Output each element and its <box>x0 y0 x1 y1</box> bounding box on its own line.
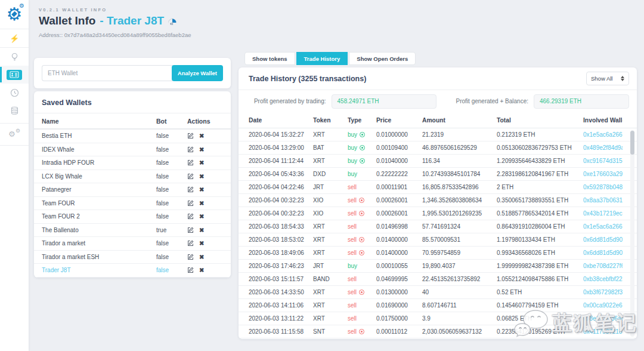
saved-wallet-name[interactable]: Bestia ETH <box>42 133 156 139</box>
involved-wallet-link[interactable]: 0xc91674d315cc... <box>583 158 623 164</box>
involved-wallet-link[interactable]: 0x4117587218d2... <box>583 328 623 335</box>
delete-wallet-icon[interactable]: ✖ <box>199 227 204 233</box>
delete-wallet-icon[interactable]: ✖ <box>199 186 204 193</box>
saved-wallet-row: Team FOURfalse✖ <box>34 197 231 211</box>
history-clock-icon <box>10 88 19 97</box>
analyze-wallet-button[interactable]: Analyze Wallet <box>172 65 223 81</box>
edit-wallet-icon[interactable] <box>187 240 194 247</box>
edit-wallet-icon[interactable] <box>187 227 194 233</box>
saved-wallet-row: Team FOUR 2false✖ <box>34 210 231 224</box>
edit-wallet-icon[interactable] <box>187 159 194 166</box>
involved-wallet-link[interactable]: 0xb3f672982f31... <box>583 289 623 295</box>
trade-type-bullseye-icon <box>359 250 364 255</box>
trade-amount: 70.959754859 <box>422 250 497 256</box>
trade-total: 0.212319 ETH <box>497 131 583 138</box>
delete-wallet-icon[interactable]: ✖ <box>199 240 204 247</box>
trade-amount: 8.607146711 <box>422 302 497 309</box>
delete-wallet-icon[interactable]: ✖ <box>199 200 204 207</box>
column-price: Price <box>376 117 422 124</box>
tab-show-open-orders[interactable]: Show Open Orders <box>349 52 416 65</box>
tab-show-tokens[interactable]: Show tokens <box>244 52 295 65</box>
delete-wallet-icon[interactable]: ✖ <box>199 173 204 180</box>
edit-wallet-icon[interactable] <box>187 267 194 273</box>
trade-row: 2020-06-03 11:15:58SNTsell0.000110122,03… <box>239 325 637 338</box>
trade-date: 2020-06-04 13:29:00 <box>249 144 313 151</box>
involved-wallet-link[interactable]: 0xbe708d227f6d... <box>583 263 623 269</box>
sidebar-item-ideas[interactable] <box>0 48 29 66</box>
trade-price: 0.01496998 <box>376 223 422 230</box>
saved-wallet-name[interactable]: Team FOUR <box>42 200 156 207</box>
involved-wallet-link[interactable]: 0xe176603a291f... <box>583 171 623 177</box>
edit-wallet-icon[interactable] <box>187 146 194 153</box>
delete-wallet-icon[interactable]: ✖ <box>199 133 204 139</box>
delete-wallet-icon[interactable]: ✖ <box>199 146 204 153</box>
trade-type: sell <box>348 276 376 282</box>
sidebar-item-history[interactable] <box>0 84 29 101</box>
trade-amount: 1,995.5301201269235 <box>422 210 497 217</box>
involved-wallet-link[interactable]: 0xb38cebfbf22a... <box>583 276 623 282</box>
tab-bar: Show tokens Trade History Show Open Orde… <box>244 52 416 65</box>
involved-wallet-link[interactable]: 0x43b17219ecd9... <box>583 210 623 217</box>
saved-wallet-bot-flag: false <box>156 146 187 153</box>
app-logo-icon[interactable]: ⚙ ⚙ <box>0 0 29 29</box>
trade-row: 2020-06-04 00:32:23XIOsell0.000260011,34… <box>239 194 637 207</box>
trade-type: sell <box>348 250 376 256</box>
saved-wallet-name[interactable]: LCX Big Whale <box>42 173 156 180</box>
trade-date: 2020-06-04 05:43:36 <box>249 171 313 177</box>
edit-wallet-icon[interactable] <box>187 186 194 193</box>
involved-wallet-link[interactable]: 0x00ca9022e61... <box>583 302 623 309</box>
trade-price: 0.01690000 <box>376 302 422 309</box>
tab-trade-history[interactable]: Trade History <box>296 52 348 65</box>
trade-type-bullseye-icon <box>360 132 365 137</box>
sidebar-item-database[interactable] <box>0 101 29 119</box>
saved-wallet-name[interactable]: Intradia HDP FOUR <box>42 159 156 166</box>
sidebar-item-settings[interactable]: ⚙⚙ <box>0 124 29 145</box>
saved-wallet-bot-flag: false <box>156 159 187 166</box>
involved-wallet-link[interactable]: 0x592878b0483... <box>583 184 623 190</box>
involved-wallet-link[interactable]: 0x489e2f84d9a1... <box>583 144 623 151</box>
trade-history-card: Trade History (3255 transactions) Show A… <box>239 67 637 339</box>
edit-wallet-icon[interactable] <box>187 254 194 260</box>
trade-total: 1.209935646433829 ETH <box>497 158 583 164</box>
saved-wallet-name[interactable]: IDEX Whale <box>42 146 156 153</box>
saved-wallet-name[interactable]: Team FOUR 2 <box>42 213 156 220</box>
edit-wallet-icon[interactable] <box>187 213 194 220</box>
delete-wallet-icon[interactable]: ✖ <box>199 159 204 166</box>
show-all-select[interactable]: Show All <box>586 72 629 85</box>
delete-wallet-icon[interactable]: ✖ <box>199 254 204 260</box>
trade-row: 2020-06-03 15:11:57BANDsell0.0469999522.… <box>239 273 637 286</box>
trade-amount: 85.570009531 <box>422 236 497 243</box>
saved-wallet-name[interactable]: The Ballenato <box>42 227 156 233</box>
involved-wallet-link[interactable]: 0x8e172fb36at... <box>583 315 623 322</box>
trade-type: sell <box>348 315 376 322</box>
edit-wallet-icon[interactable] <box>187 173 194 180</box>
edit-wallet-icon[interactable] <box>187 133 194 139</box>
trade-date: 2020-06-03 13:11:22 <box>249 315 313 322</box>
sidebar-item-quick-actions[interactable]: ⚡ <box>0 29 29 47</box>
trade-table-header: Date Token Type Price Amount Total Invol… <box>239 112 637 128</box>
saved-wallet-bot-flag: false <box>156 267 187 273</box>
sidebar-item-wallet-info[interactable] <box>0 66 29 84</box>
trade-amount: 3.9 <box>422 315 497 322</box>
trade-table-scrollbar[interactable] <box>630 130 634 337</box>
saved-wallet-name[interactable]: Tirador a market ESH <box>42 254 156 260</box>
saved-wallet-name[interactable]: Tirador a market <box>42 240 156 247</box>
saved-wallet-name[interactable]: Patanegrer <box>42 186 156 193</box>
involved-wallet-link[interactable]: 0x6dd81d5d90a... <box>583 236 623 243</box>
involved-wallet-link[interactable]: 0x6dd81d5d90a... <box>583 250 623 256</box>
delete-wallet-icon[interactable]: ✖ <box>199 267 204 273</box>
involved-wallet-link[interactable]: 0x8aa37b0631a... <box>583 197 623 204</box>
saved-wallet-bot-flag: false <box>156 186 187 193</box>
saved-wallet-name[interactable]: Trader J8T <box>42 267 156 273</box>
edit-wallet-icon[interactable] <box>187 200 194 207</box>
trade-table-body: 2020-06-04 15:32:27XRTbuy0.0100000021.23… <box>239 128 637 338</box>
show-all-selected-value: Show All <box>591 75 612 82</box>
trade-price: 0.01400000 <box>376 236 422 243</box>
column-involved-wallet: Involved Wallet <box>583 117 623 124</box>
involved-wallet-link[interactable]: 0x1e5ac6a2663f... <box>583 223 623 230</box>
trade-token: XRT <box>313 315 348 322</box>
delete-wallet-icon[interactable]: ✖ <box>199 213 204 220</box>
eth-wallet-input[interactable] <box>42 65 173 81</box>
involved-wallet-link[interactable]: 0x1e5ac6a2663f... <box>583 131 623 138</box>
scrollbar-thumb[interactable] <box>630 131 634 155</box>
